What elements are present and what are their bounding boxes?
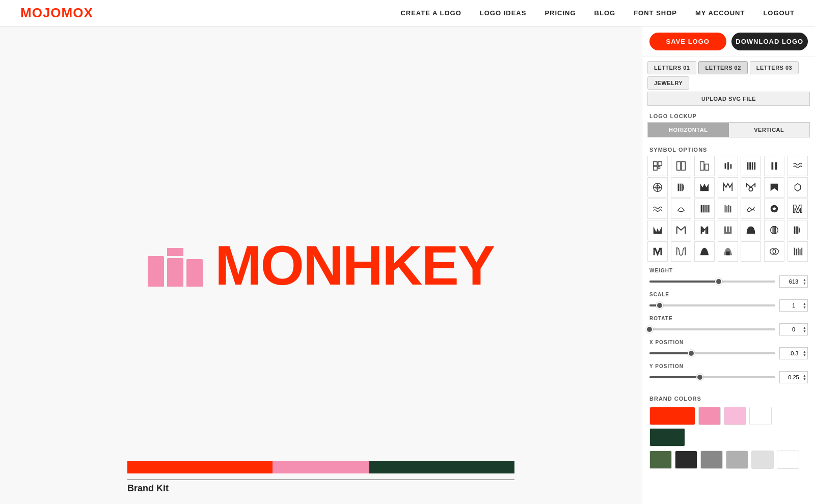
weight-thumb[interactable] [715,278,722,285]
scale-value-box[interactable]: ▲ ▼ [779,299,808,312]
symbol-cell-27[interactable] [764,220,784,240]
symbol-cell-8[interactable] [647,177,668,198]
symbol-cell-6[interactable] [764,156,784,176]
symbol-cell-25[interactable] [718,220,738,240]
x-position-value-box[interactable]: ▲ ▼ [779,347,808,359]
color-swatch-lighter-gray[interactable] [751,451,774,469]
nav-create-logo[interactable]: CREATE A LOGO [400,9,461,17]
y-position-thumb[interactable] [696,374,703,381]
weight-spinner[interactable]: ▲ ▼ [803,276,806,287]
scale-track[interactable] [649,304,775,306]
weight-value-box[interactable]: ▲ ▼ [779,275,808,288]
color-swatch-pink-pale[interactable] [724,407,746,425]
color-swatch-dark[interactable] [675,451,697,469]
weight-down-arrow[interactable]: ▼ [803,282,806,285]
download-logo-button[interactable]: DOWNLOAD LOGO [731,33,808,50]
symbol-cell-23[interactable] [671,220,691,240]
symbol-options-label: SYMBOL OPTIONS [642,142,815,156]
symbol-cell-1[interactable] [647,156,668,176]
symbol-cell-18[interactable] [718,199,738,219]
scale-spinner[interactable]: ▲ ▼ [803,300,806,311]
symbol-cell-34[interactable] [764,241,784,262]
color-swatch-light-gray[interactable] [726,451,748,469]
rotate-down-arrow[interactable]: ▼ [803,329,806,333]
upload-svg-button[interactable]: UPLOAD SVG FILE [647,92,810,106]
rotate-value-box[interactable]: ▲ ▼ [779,323,808,335]
color-swatch-gray[interactable] [700,451,723,469]
color-swatch-white[interactable] [749,407,772,425]
nav-font-shop[interactable]: FONT SHOP [634,9,677,17]
symbol-cell-33[interactable] [741,241,761,262]
symbol-cell-17[interactable] [694,199,715,219]
symbol-cell-24[interactable] [694,220,715,240]
nav-logout[interactable]: LOGOUT [763,9,795,17]
color-swatch-red[interactable] [649,407,695,425]
symbol-cell-19[interactable] [741,199,761,219]
rotate-thumb[interactable] [646,326,653,333]
symbol-cell-12[interactable] [741,177,761,198]
symbol-cell-9[interactable] [671,177,691,198]
symbol-cell-11[interactable] [718,177,738,198]
tab-letters-02[interactable]: LETTERS 02 [698,61,747,74]
symbol-cell-20[interactable] [764,199,784,219]
lockup-vertical-button[interactable]: VERTICAL [729,123,810,137]
color-swatch-dark-green[interactable] [649,428,685,446]
site-logo[interactable]: MOJOMOX [20,5,93,21]
color-swatch-white-2[interactable] [777,451,799,469]
symbol-cell-22[interactable] [647,220,668,240]
symbol-cell-14[interactable] [787,177,808,198]
y-position-value-box[interactable]: ▲ ▼ [779,371,808,383]
symbol-cell-13[interactable] [764,177,784,198]
svg-rect-30 [724,205,725,213]
symbol-cell-31[interactable] [694,241,715,262]
color-swatch-mid-green[interactable] [649,451,672,469]
nav-my-account[interactable]: MY ACCOUNT [695,9,745,17]
symbol-cell-15[interactable] [647,199,668,219]
rotate-track[interactable] [649,328,775,330]
symbol-cell-21[interactable] [787,199,808,219]
symbol-cell-2[interactable] [671,156,691,176]
scale-thumb[interactable] [656,302,663,309]
symbol-cell-29[interactable] [647,241,668,262]
symbol-cell-35[interactable] [787,241,808,262]
nav-logo-ideas[interactable]: LOGO IDEAS [480,9,527,17]
symbol-cell-32[interactable] [718,241,738,262]
symbol-cell-10[interactable] [694,177,715,198]
symbol-cell-3[interactable] [694,156,715,176]
symbol-bar-group-3 [186,246,203,287]
rotate-up-arrow[interactable]: ▲ [803,326,806,329]
color-swatch-pink-light[interactable] [698,407,721,425]
symbol-cell-30[interactable] [671,241,691,262]
x-position-up-arrow[interactable]: ▲ [803,350,806,353]
tab-letters-03[interactable]: LETTERS 03 [750,61,799,74]
y-position-up-arrow[interactable]: ▲ [803,374,806,377]
weight-track[interactable] [649,281,775,283]
scale-up-arrow[interactable]: ▲ [803,302,806,305]
symbol-cell-26[interactable] [741,220,761,240]
scale-down-arrow[interactable]: ▼ [803,305,806,309]
lockup-horizontal-button[interactable]: HORIZONTAL [648,123,729,137]
y-position-down-arrow[interactable]: ▼ [803,377,806,381]
rotate-spinner[interactable]: ▲ ▼ [803,324,806,335]
x-position-spinner[interactable]: ▲ ▼ [803,348,806,359]
tab-letters-01[interactable]: LETTERS 01 [647,61,696,74]
save-logo-button[interactable]: SAVE LOGO [649,33,726,50]
y-position-spinner[interactable]: ▲ ▼ [803,372,806,383]
x-position-thumb[interactable] [688,350,695,357]
svg-rect-22 [680,184,681,191]
nav-pricing[interactable]: PRICING [545,9,576,17]
symbol-cell-16[interactable] [671,199,691,219]
brand-color-bar [127,461,514,473]
x-position-down-arrow[interactable]: ▼ [803,353,806,357]
weight-up-arrow[interactable]: ▲ [803,278,806,282]
brand-colors-row2 [642,451,815,474]
x-position-track[interactable] [649,352,775,354]
symbol-cell-7[interactable] [787,156,808,176]
symbol-cell-28[interactable] [787,220,808,240]
tab-jewelry[interactable]: JEWELRY [647,76,689,90]
symbol-cell-4[interactable] [718,156,738,176]
weight-control: ▲ ▼ [649,275,808,288]
nav-blog[interactable]: BLOG [594,9,616,17]
y-position-track[interactable] [649,376,775,378]
symbol-cell-5[interactable] [741,156,761,176]
